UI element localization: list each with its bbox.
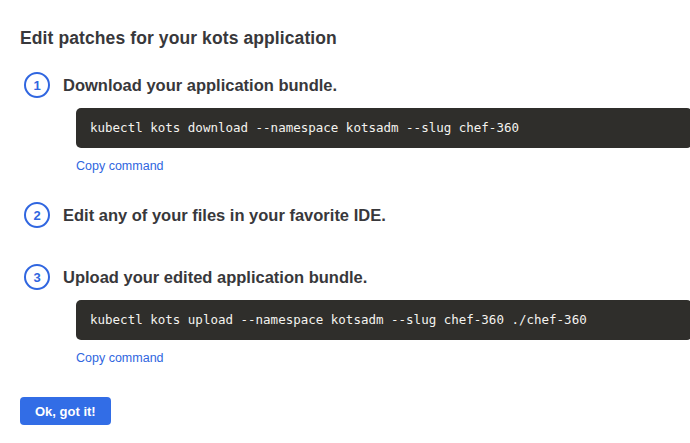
copy-download-command-link[interactable]: Copy command (76, 159, 164, 173)
ok-got-it-button[interactable]: Ok, got it! (20, 397, 111, 425)
step-3-number-badge: 3 (24, 264, 50, 290)
modal-footer: Ok, got it! (20, 397, 672, 425)
step-download-header: 1 Download your application bundle. (24, 72, 672, 98)
step-upload-header: 3 Upload your edited application bundle. (24, 264, 672, 290)
step-1-title: Download your application bundle. (63, 76, 337, 95)
edit-patches-modal: Edit patches for your kots application 1… (0, 0, 690, 425)
step-edit-header: 2 Edit any of your files in your favorit… (24, 202, 672, 228)
step-upload-body: kubectl kots upload --namespace kotsadm … (76, 300, 672, 366)
step-3-title: Upload your edited application bundle. (63, 268, 367, 287)
copy-upload-command-link[interactable]: Copy command (76, 351, 164, 365)
step-2-title: Edit any of your files in your favorite … (63, 206, 386, 225)
page-title: Edit patches for your kots application (20, 28, 672, 49)
step-2-number-badge: 2 (24, 202, 50, 228)
step-download: 1 Download your application bundle. kube… (24, 72, 672, 174)
step-1-number-badge: 1 (24, 72, 50, 98)
step-upload: 3 Upload your edited application bundle.… (24, 264, 672, 366)
download-command-code-block: kubectl kots download --namespace kotsad… (76, 108, 690, 148)
step-download-body: kubectl kots download --namespace kotsad… (76, 108, 672, 174)
upload-command-code-block: kubectl kots upload --namespace kotsadm … (76, 300, 690, 340)
step-edit: 2 Edit any of your files in your favorit… (24, 202, 672, 228)
